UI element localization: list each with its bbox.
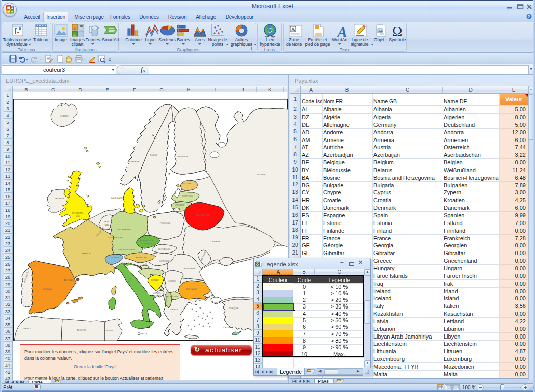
svg-text:ROUMANIE: ROUMANIE <box>184 267 196 270</box>
svg-text:UKRAINE: UKRAINE <box>211 240 221 243</box>
svg-text:LITUANIE: LITUANIE <box>175 204 185 206</box>
svg-text:CHYPRE: CHYPRE <box>223 326 232 329</box>
svg-text:UNI: UNI <box>76 215 79 217</box>
svg-text:LUXEMBOURG: LUXEMBOURG <box>108 236 123 239</box>
svg-text:ESPANA: ESPANA <box>43 288 52 290</box>
svg-text:FRANCE: FRANCE <box>82 252 90 255</box>
svg-text:POLOGNE: POLOGNE <box>160 222 171 225</box>
svg-text:REPUBLIQUE: REPUBLIQUE <box>140 239 154 242</box>
svg-text:RUSSIE: RUSSIE <box>257 173 265 176</box>
svg-text:BOSNIE: BOSNIE <box>151 278 159 281</box>
svg-text:A: A <box>291 27 295 32</box>
svg-text:AUTRICHE: AUTRICHE <box>136 256 147 259</box>
svg-text:DANEMARK: DANEMARK <box>111 197 123 199</box>
svg-text:BAS: BAS <box>105 223 110 226</box>
svg-text:MONTE-: MONTE- <box>153 292 162 294</box>
svg-text:ALGERIE: ALGERIE <box>77 329 86 331</box>
svg-text:ROYAUME-: ROYAUME- <box>72 212 84 214</box>
svg-text:BULGARIE: BULGARIE <box>186 288 197 290</box>
svg-text:TUNISIE: TUNISIE <box>104 329 113 332</box>
svg-text:NEGRO: NEGRO <box>153 295 161 297</box>
svg-text:NORVEGE: NORVEGE <box>129 160 140 163</box>
svg-text:TURQUIE: TURQUIE <box>229 307 239 310</box>
svg-text:MAROC: MAROC <box>23 327 32 330</box>
svg-text:SLOVAQUIE: SLOVAQUIE <box>158 248 170 250</box>
svg-text:IRLANDE: IRLANDE <box>55 197 64 200</box>
svg-text:ALLEMAGNE: ALLEMAGNE <box>118 228 131 231</box>
svg-text:SUISSE: SUISSE <box>111 256 119 259</box>
svg-text:TCHEQUE: TCHEQUE <box>142 242 152 245</box>
svg-text:PAYS-: PAYS- <box>104 220 111 223</box>
svg-text:LIECHTENSTEIN: LIECHTENSTEIN <box>118 248 135 251</box>
svg-text:ISLANDE: ISLANDE <box>60 115 69 117</box>
svg-text:CROATIE: CROATIE <box>143 267 152 270</box>
svg-text:LETTONIE: LETTONIE <box>182 195 193 198</box>
svg-text:SERBIE: SERBIE <box>168 279 176 282</box>
svg-text:MALTE: MALTE <box>140 332 147 335</box>
svg-text:SUEDE: SUEDE <box>150 154 158 156</box>
svg-text:FINLANDE: FINLANDE <box>178 155 189 158</box>
svg-text:BIELORUSSIE: BIELORUSSIE <box>196 214 210 216</box>
svg-text:GRECE: GRECE <box>171 308 178 311</box>
svg-text:ANDORRE: ANDORRE <box>64 279 74 282</box>
svg-text:HONGRIE: HONGRIE <box>159 260 170 262</box>
svg-text:ESTONIE: ESTONIE <box>182 182 192 185</box>
